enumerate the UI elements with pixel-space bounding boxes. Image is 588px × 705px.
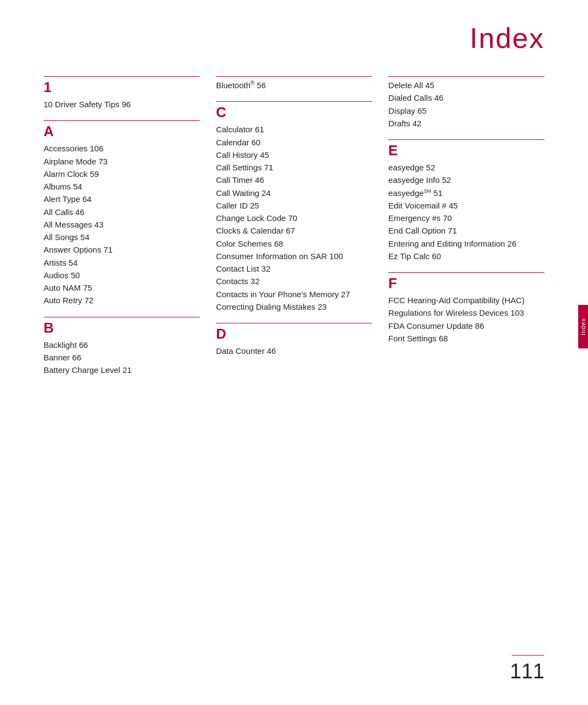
index-entry: easyedge Info 52	[388, 174, 544, 186]
index-entry: Calendar 60	[216, 136, 372, 149]
column-col2: Bluetooth® 56CCalculator 61Calendar 60Ca…	[216, 76, 389, 386]
index-entry: Contacts 32	[216, 275, 372, 287]
section: 110 Driver Safety Tips 96	[44, 76, 200, 111]
section-divider	[388, 272, 544, 273]
index-entry: Correcting Dialing Mistakes 23	[216, 301, 372, 313]
column-col3: Delete All 45Dialed Calls 46Display 65Dr…	[388, 76, 544, 386]
index-entry: Banner 66	[44, 351, 200, 364]
index-entry: Battery Charge Level 21	[44, 364, 200, 376]
index-entry: Edit Voicemail # 45	[388, 199, 544, 212]
section: DData Counter 46	[216, 323, 372, 357]
section-divider	[216, 76, 372, 77]
index-entry: Bluetooth® 56	[216, 79, 372, 91]
index-entry: easyedge 52	[388, 161, 544, 174]
index-entry: Change Lock Code 70	[216, 212, 372, 224]
side-tab: Index	[578, 305, 588, 348]
index-entry: Dialed Calls 46	[388, 91, 544, 104]
index-entry: Accessories 106	[44, 142, 200, 155]
section: Delete All 45Dialed Calls 46Display 65Dr…	[388, 76, 544, 130]
section-divider	[44, 120, 200, 121]
section-divider	[216, 101, 372, 102]
index-entry: Clocks & Calendar 67	[216, 224, 372, 237]
section-letter: C	[216, 104, 372, 121]
section-letter: D	[216, 326, 372, 342]
index-entry: All Songs 54	[44, 231, 200, 243]
index-entry: Caller ID 25	[216, 199, 372, 212]
index-entry: Delete All 45	[388, 79, 544, 91]
index-entry: Consumer Information on SAR 100	[216, 250, 372, 262]
side-tab-label: Index	[580, 318, 586, 335]
index-entry: Auto NAM 75	[44, 281, 200, 294]
index-entry: Emergency #s 70	[388, 212, 544, 224]
section-letter: B	[44, 320, 200, 336]
index-entry: FDA Consumer Update 86	[388, 320, 544, 332]
section-letter: A	[44, 123, 200, 140]
index-entry: Audios 50	[44, 269, 200, 281]
index-content: 110 Driver Safety Tips 96AAccessories 10…	[0, 71, 588, 386]
section-letter: F	[388, 275, 544, 292]
section-letter: E	[388, 142, 544, 159]
index-entry: Auto Retry 72	[44, 294, 200, 306]
section-divider	[44, 317, 200, 317]
section: BBacklight 66Banner 66Battery Charge Lev…	[44, 317, 200, 377]
section: AAccessories 106Airplane Mode 73Alarm Cl…	[44, 120, 200, 306]
index-entry: Answer Options 71	[44, 243, 200, 256]
index-entry: Contact List 32	[216, 262, 372, 275]
section-divider	[44, 76, 200, 77]
index-entry: Drafts 42	[388, 117, 544, 130]
index-entry: Display 65	[388, 105, 544, 117]
page-number: 111	[510, 660, 544, 683]
index-entry: Artists 54	[44, 256, 200, 269]
index-entry: All Messages 43	[44, 218, 200, 231]
index-entry: easyedgeSM 51	[388, 187, 544, 199]
index-entry: Call History 45	[216, 149, 372, 161]
section-divider	[216, 323, 372, 323]
page-title: Index	[0, 0, 588, 71]
index-entry: Contacts in Your Phone's Memory 27	[216, 288, 372, 301]
index-entry: Alarm Clock 59	[44, 168, 200, 180]
section: Eeasyedge 52easyedge Info 52easyedgeSM 5…	[388, 139, 544, 262]
index-entry: Color Schemes 68	[216, 237, 372, 250]
section-divider	[388, 76, 544, 77]
bottom-divider	[512, 655, 544, 656]
index-entry: End Call Option 71	[388, 224, 544, 237]
section: FFCC Hearing-Aid Compatibility (HAC) Reg…	[388, 272, 544, 345]
index-entry: Calculator 61	[216, 123, 372, 136]
section-divider	[388, 139, 544, 140]
index-entry: Call Settings 71	[216, 161, 372, 174]
index-entry: Call Waiting 24	[216, 187, 372, 199]
index-entry: Call Timer 46	[216, 174, 372, 186]
index-entry: Font Settings 68	[388, 332, 544, 345]
index-entry: Ez Tip Calc 60	[388, 250, 544, 262]
index-entry: Backlight 66	[44, 339, 200, 351]
index-entry: Airplane Mode 73	[44, 155, 200, 168]
index-entry: All Calls 46	[44, 206, 200, 218]
column-col1: 110 Driver Safety Tips 96AAccessories 10…	[44, 76, 216, 386]
index-entry: 10 Driver Safety Tips 96	[44, 98, 200, 111]
index-entry: Albums 54	[44, 180, 200, 193]
index-entry: Data Counter 46	[216, 345, 372, 357]
section: CCalculator 61Calendar 60Call History 45…	[216, 101, 372, 313]
section-letter: 1	[44, 79, 200, 96]
section: Bluetooth® 56	[216, 76, 372, 91]
index-entry: Alert Type 64	[44, 193, 200, 205]
index-entry: FCC Hearing-Aid Compatibility (HAC) Regu…	[388, 294, 544, 320]
index-entry: Entering and Editing Information 26	[388, 237, 544, 250]
